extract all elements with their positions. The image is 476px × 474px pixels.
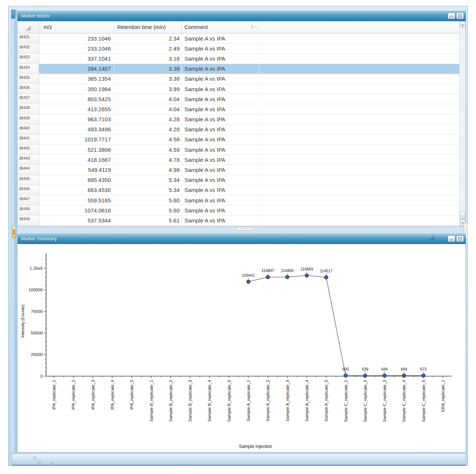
select-all-corner[interactable] <box>17 21 39 33</box>
table-row[interactable]: 38442521.38084.59Sample A vs IPA <box>17 145 459 155</box>
cell-filler[interactable] <box>259 145 459 155</box>
cell-retention-time[interactable]: 5.34 <box>114 175 182 185</box>
cell-comment[interactable]: Sample A vs IPA <box>182 64 259 74</box>
cell-mz[interactable]: 418.1667 <box>39 155 114 165</box>
marker-summary-titlebar[interactable]: Marker Summary <box>17 234 466 244</box>
vertical-scrollbar[interactable]: ▲ ▼ <box>459 21 466 226</box>
cell-mz[interactable]: 337.1041 <box>39 54 114 64</box>
table-row[interactable]: 38449537.53445.61Sample A vs IPA <box>17 215 459 225</box>
minimize-button[interactable] <box>448 236 455 242</box>
cell-retention-time[interactable]: 4.28 <box>114 115 182 125</box>
move-icon[interactable] <box>430 236 436 242</box>
cell-comment[interactable]: Sample A vs IPA <box>182 145 259 155</box>
row-header-cell[interactable]: 38432 <box>17 44 39 54</box>
cell-retention-time[interactable]: 3.16 <box>114 54 182 64</box>
cell-retention-time[interactable]: 3.99 <box>114 84 182 94</box>
cell-comment[interactable]: Sample A vs IPA <box>182 54 259 64</box>
cell-retention-time[interactable]: 4.58 <box>114 135 182 145</box>
cell-comment[interactable]: Sample A vs IPA <box>182 33 259 44</box>
table-row[interactable]: 38437803.54254.04Sample A vs IPA <box>17 94 459 104</box>
data-point-marker[interactable] <box>363 374 367 378</box>
cell-comment[interactable]: Sample A vs IPA <box>182 195 259 205</box>
table-row[interactable]: 38431233.10462.34Sample A vs IPA <box>17 33 459 44</box>
cell-filler[interactable] <box>259 54 459 64</box>
cell-retention-time[interactable]: 5.60 <box>114 205 182 215</box>
cell-comment[interactable]: Sample A vs IPA <box>182 44 259 54</box>
row-header-cell[interactable]: 38439 <box>17 115 39 125</box>
row-header-cell[interactable]: 38444 <box>17 165 39 175</box>
cell-retention-time[interactable]: 2.34 <box>114 33 182 44</box>
row-header-cell[interactable]: 38431 <box>17 33 39 44</box>
row-header-cell[interactable]: 38441 <box>17 135 39 145</box>
cell-filler[interactable] <box>259 165 459 175</box>
data-point-marker[interactable] <box>324 276 328 279</box>
cell-filler[interactable] <box>259 44 459 54</box>
cell-mz[interactable]: 233.1046 <box>39 44 114 54</box>
cell-retention-time[interactable]: 2.49 <box>114 44 182 54</box>
cell-filler[interactable] <box>259 104 459 114</box>
data-point-marker[interactable] <box>422 374 425 378</box>
cell-mz[interactable]: 549.4119 <box>39 165 114 175</box>
left-strip-expand-handle[interactable] <box>12 225 16 238</box>
cell-filler[interactable] <box>259 135 459 145</box>
cell-retention-time[interactable]: 3.38 <box>114 64 182 74</box>
cell-filler[interactable] <box>259 195 459 205</box>
cell-mz[interactable]: 521.3808 <box>39 145 114 155</box>
cell-comment[interactable]: Sample A vs IPA <box>182 205 259 215</box>
cell-retention-time[interactable]: 5.60 <box>114 195 182 205</box>
row-header-cell[interactable]: 38448 <box>17 205 39 215</box>
maximize-button[interactable] <box>456 13 464 19</box>
row-header-cell[interactable]: 38437 <box>17 94 39 104</box>
cell-mz[interactable]: 685.4350 <box>39 175 114 185</box>
cell-filler[interactable] <box>259 185 459 195</box>
cell-retention-time[interactable]: 4.98 <box>114 165 182 175</box>
cell-mz[interactable]: 233.1046 <box>39 33 114 44</box>
cell-mz[interactable]: 559.5165 <box>39 195 114 205</box>
cell-filler[interactable] <box>259 33 459 44</box>
cell-retention-time[interactable]: 4.04 <box>114 94 182 104</box>
table-row[interactable]: 38435365.13543.38Sample A vs IPA <box>17 74 459 84</box>
cell-filler[interactable] <box>259 215 459 225</box>
table-row[interactable]: 38439963.71034.28Sample A vs IPA <box>17 115 459 125</box>
row-header-cell[interactable]: 38436 <box>17 84 39 94</box>
table-row[interactable]: 38445685.43505.34Sample A vs IPA <box>17 175 459 185</box>
cell-retention-time[interactable]: 4.59 <box>114 145 182 155</box>
cell-mz[interactable]: 963.7103 <box>39 115 114 125</box>
data-point-marker[interactable] <box>402 374 406 378</box>
panel-splitter-handle[interactable] <box>236 227 254 231</box>
cell-retention-time[interactable]: 3.38 <box>114 74 182 84</box>
cell-filler[interactable] <box>259 175 459 185</box>
cell-mz[interactable]: 350.1984 <box>39 84 114 94</box>
cell-retention-time[interactable]: 4.04 <box>114 104 182 114</box>
cell-comment[interactable]: Sample A vs IPA <box>182 135 259 145</box>
cell-retention-time[interactable]: 4.78 <box>114 155 182 165</box>
cell-comment[interactable]: Sample A vs IPA <box>182 104 259 114</box>
cell-retention-time[interactable]: 5.61 <box>114 215 182 225</box>
minimize-button[interactable] <box>448 13 455 19</box>
cell-retention-time[interactable]: 4.28 <box>114 125 182 135</box>
table-row[interactable]: 38447559.51655.60Sample A vs IPA <box>17 195 459 205</box>
table-row[interactable]: 38444549.41194.98Sample A vs IPA <box>17 165 459 175</box>
table-row[interactable]: 38440493.34964.28Sample A vs IPA <box>17 125 459 135</box>
cell-comment[interactable]: Sample A vs IPA <box>182 125 259 135</box>
table-row[interactable]: 38434284.14073.38Sample A vs IPA <box>17 64 459 74</box>
table-row[interactable]: 38433337.10413.16Sample A vs IPA <box>17 54 459 64</box>
row-header-cell[interactable]: 38438 <box>17 104 39 114</box>
maximize-button[interactable] <box>456 236 464 242</box>
table-row[interactable]: 38432233.10462.49Sample A vs IPA <box>17 44 459 54</box>
cell-comment[interactable]: Sample A vs IPA <box>182 165 259 175</box>
cell-mz[interactable]: 365.1354 <box>39 74 114 84</box>
data-point-marker[interactable] <box>247 280 250 284</box>
cell-comment[interactable]: Sample A vs IPA <box>182 74 259 84</box>
summary-chart[interactable]: 02500050000750001000001.25e5IPA_replicat… <box>17 244 466 452</box>
data-point-marker[interactable] <box>344 374 348 377</box>
cell-retention-time[interactable]: 5.34 <box>114 185 182 195</box>
row-header-cell[interactable]: 38445 <box>17 175 39 185</box>
cell-mz[interactable]: 663.4530 <box>39 185 114 195</box>
row-header-cell[interactable]: 38435 <box>17 74 39 84</box>
scrollbar-thumb[interactable] <box>460 211 465 220</box>
row-header-cell[interactable]: 38434 <box>17 64 39 74</box>
data-point-marker[interactable] <box>286 275 289 279</box>
cell-filler[interactable] <box>259 64 459 74</box>
cell-comment[interactable]: Sample A vs IPA <box>182 94 259 104</box>
